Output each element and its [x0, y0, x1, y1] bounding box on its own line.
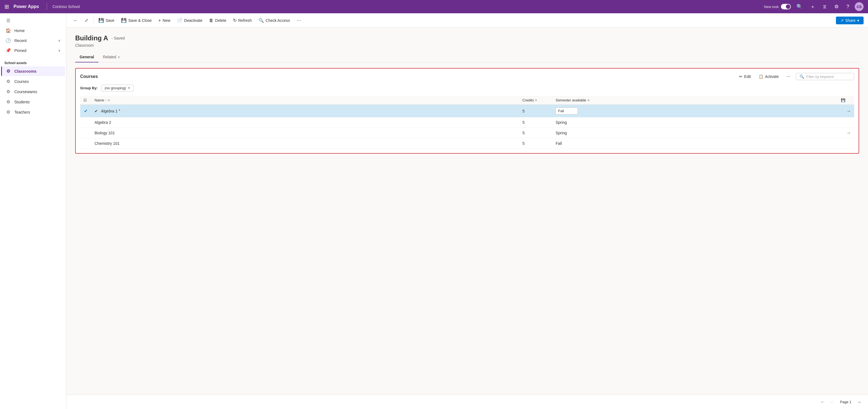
- save-icon: 💾: [98, 18, 104, 23]
- th-semester[interactable]: Semester available ∨: [552, 96, 838, 105]
- sidebar-item-pinned[interactable]: 📌 Pinned ∨: [1, 45, 65, 55]
- sidebar-item-coursewares[interactable]: ⚙ Coursewares: [1, 87, 65, 96]
- row-check-2[interactable]: [80, 118, 91, 128]
- table-row[interactable]: ✔ ✔ Algebra 1 * 5 Fall: [80, 105, 854, 118]
- new-look-toggle-area: New look: [764, 4, 791, 9]
- sidebar-item-recent[interactable]: 🕐 Recent ∨: [1, 36, 65, 45]
- th-credits[interactable]: Credits ∨: [519, 96, 552, 105]
- header-checkbox-icon[interactable]: ☑: [84, 98, 87, 102]
- panel-title: Courses: [80, 74, 98, 79]
- tab-related[interactable]: Related ∨: [98, 52, 124, 62]
- sidebar-item-hamburger[interactable]: ☰: [1, 16, 65, 25]
- settings-icon[interactable]: ⚙: [832, 2, 841, 11]
- toolbar: ← ⤢ 💾 Save 💾 Save & Close + New 📄 Deacti…: [66, 13, 868, 28]
- students-icon: ⚙: [5, 99, 11, 104]
- page-first-icon: ⇤: [821, 400, 825, 404]
- filter-input-container[interactable]: 🔍: [796, 73, 854, 80]
- sidebar-coursewares-label: Coursewares: [14, 90, 37, 94]
- table-row[interactable]: Biology 101 5 Spring →: [80, 128, 854, 138]
- avatar[interactable]: CS: [855, 2, 864, 11]
- popout-icon: ⤢: [85, 18, 88, 23]
- row-check-3[interactable]: [80, 128, 91, 138]
- row-name-2: Algebra 2: [91, 118, 519, 128]
- course-name-1: Algebra 1: [101, 109, 118, 113]
- tabs-bar: General Related ∨: [75, 52, 859, 62]
- panel-edit-label: Edit: [744, 74, 751, 79]
- refresh-button[interactable]: ↻ Refresh: [230, 16, 255, 25]
- group-by-row: Group By: (no grouping) ▾: [80, 84, 854, 93]
- top-nav: ⊞ Power Apps Contoso School New look 🔍 ＋…: [0, 0, 868, 13]
- waffle-icon[interactable]: ⊞: [4, 3, 9, 10]
- popout-button[interactable]: ⤢: [82, 16, 91, 25]
- table-row[interactable]: Chemistry 101 5 Fall: [80, 138, 854, 149]
- new-button[interactable]: + New: [156, 16, 173, 25]
- th-save: 💾: [838, 96, 854, 105]
- th-name-label: Name: [95, 98, 104, 102]
- sidebar-classrooms-label: Classrooms: [14, 69, 36, 73]
- row-action-1[interactable]: →: [838, 105, 854, 118]
- page-first-button[interactable]: ⇤: [819, 398, 827, 406]
- row-credits-3: 5: [519, 128, 552, 138]
- coursewares-icon: ⚙: [5, 89, 11, 94]
- filter-keyword-input[interactable]: [806, 74, 850, 79]
- sidebar: ☰ 🏠 Home 🕐 Recent ∨ 📌 Pinned ∨ School as…: [0, 13, 66, 409]
- page-title: Building A: [75, 34, 108, 42]
- sidebar-item-teachers[interactable]: ⚙ Teachers: [1, 107, 65, 117]
- sidebar-recent-label: Recent: [14, 38, 27, 43]
- more-button[interactable]: ⋯: [294, 16, 304, 25]
- row-action-3[interactable]: →: [838, 128, 854, 138]
- th-name[interactable]: Name ↑ ∨: [91, 96, 519, 105]
- page-prev-button[interactable]: ←: [828, 399, 837, 406]
- search-icon[interactable]: 🔍: [794, 2, 805, 11]
- tab-general[interactable]: General: [75, 52, 98, 62]
- deactivate-button[interactable]: 📄 Deactivate: [174, 16, 205, 25]
- row-checkbox-inline[interactable]: ✔: [95, 109, 98, 113]
- panel-more-button[interactable]: ⋯: [784, 73, 793, 80]
- sidebar-home-label: Home: [14, 28, 25, 33]
- app-logo: Power Apps: [13, 4, 39, 9]
- share-label: Share: [845, 18, 856, 23]
- delete-button[interactable]: 🗑 Delete: [206, 16, 229, 25]
- filter-search-icon: 🔍: [800, 74, 804, 79]
- teachers-icon: ⚙: [5, 109, 11, 115]
- sidebar-item-courses[interactable]: ⚙ Courses: [1, 76, 65, 86]
- save-close-button[interactable]: 💾 Save & Close: [118, 16, 155, 25]
- check-access-button[interactable]: 🔍 Check Access: [256, 16, 293, 25]
- back-icon: ←: [73, 18, 78, 23]
- row-navigate-icon[interactable]: →: [846, 108, 851, 113]
- row-check-1[interactable]: ✔: [80, 105, 91, 118]
- delete-icon: 🗑: [209, 18, 213, 23]
- new-look-toggle[interactable]: [781, 4, 791, 9]
- related-chevron-icon: ∨: [118, 55, 120, 59]
- panel-edit-button[interactable]: ✏ Edit: [737, 73, 753, 80]
- row-checkbox-icon: ✔: [84, 108, 88, 114]
- filter-icon[interactable]: ⧖: [821, 3, 829, 11]
- share-button[interactable]: ↗ Share ▾: [836, 17, 864, 24]
- sidebar-item-home[interactable]: 🏠 Home: [1, 26, 65, 35]
- help-icon[interactable]: ?: [844, 3, 851, 11]
- back-button[interactable]: ←: [71, 16, 81, 25]
- page-next-button[interactable]: →: [855, 399, 864, 406]
- page-header: Building A - Saved Classroom: [75, 34, 859, 48]
- pinned-icon: 📌: [5, 48, 11, 53]
- sidebar-item-classrooms[interactable]: ⚙ Classrooms: [1, 66, 65, 76]
- row-check-4[interactable]: [80, 138, 91, 149]
- group-by-select[interactable]: (no grouping) ▾: [101, 85, 133, 92]
- th-check: ☑: [80, 96, 91, 105]
- semester-editable-field[interactable]: Fall: [556, 107, 578, 115]
- deactivate-label: Deactivate: [184, 18, 203, 23]
- delete-label: Delete: [215, 18, 226, 23]
- page-prev-icon: ←: [830, 400, 835, 404]
- sidebar-item-students[interactable]: ⚙ Students: [1, 97, 65, 107]
- panel-activate-button[interactable]: 📋 Activate: [756, 73, 781, 80]
- main-layout: ☰ 🏠 Home 🕐 Recent ∨ 📌 Pinned ∨ School as…: [0, 13, 868, 409]
- more-icon: ⋯: [297, 18, 301, 23]
- panel-activate-label: Activate: [765, 74, 779, 79]
- save-button[interactable]: 💾 Save: [96, 16, 117, 25]
- credits-chevron-icon: ∨: [535, 98, 537, 102]
- row-credits-1: 5: [519, 105, 552, 118]
- table-row[interactable]: Algebra 2 5 Spring: [80, 118, 854, 128]
- save-close-label: Save & Close: [128, 18, 152, 23]
- row-navigate-icon-3[interactable]: →: [846, 130, 851, 135]
- add-icon[interactable]: ＋: [808, 2, 817, 11]
